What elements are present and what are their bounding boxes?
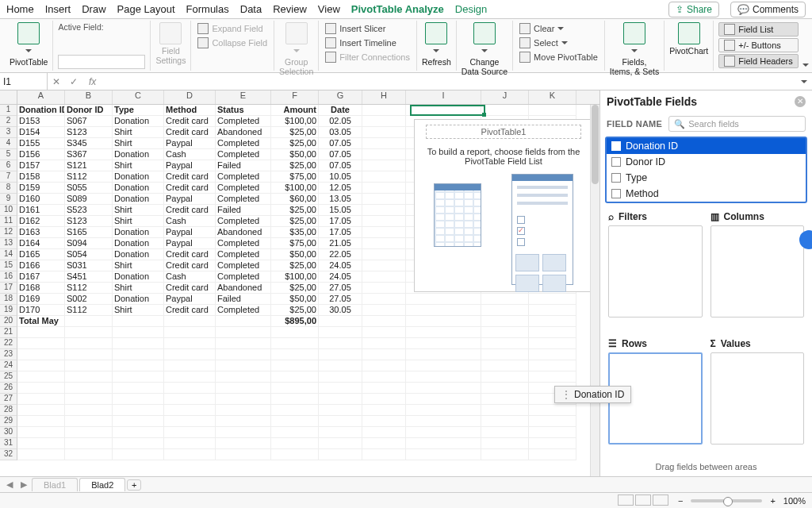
cell[interactable]: S112 (65, 171, 113, 183)
col-header[interactable]: B (65, 90, 113, 104)
table-row[interactable]: 1Donation IDDonor IDTypeMethodStatusAmou… (0, 105, 599, 116)
col-header[interactable]: G (319, 90, 362, 104)
row-header[interactable]: 8 (0, 183, 17, 194)
row-header[interactable]: 24 (0, 360, 17, 371)
filter-connections-button[interactable]: Filter Connections (324, 51, 412, 64)
cell[interactable]: 12.05 (319, 183, 362, 194)
cell[interactable]: 07.05 (319, 160, 362, 171)
cell[interactable] (529, 405, 576, 416)
cell[interactable] (481, 349, 529, 360)
cell[interactable] (481, 105, 529, 116)
cell[interactable] (362, 249, 406, 260)
cell[interactable] (65, 449, 113, 460)
cell[interactable] (65, 394, 113, 405)
cell[interactable] (319, 438, 362, 449)
cell[interactable] (113, 449, 164, 460)
col-header[interactable]: I (406, 90, 481, 104)
filters-area[interactable]: ⌕Filters (608, 211, 703, 330)
row-header[interactable]: 19 (0, 305, 17, 316)
tab-pivottable-analyze[interactable]: PivotTable Analyze (351, 3, 444, 15)
cell[interactable]: 30.05 (319, 305, 362, 316)
cell[interactable]: Type (113, 105, 164, 116)
select-all-corner[interactable] (0, 90, 17, 104)
cell[interactable] (17, 383, 65, 394)
cell[interactable]: $25,00 (271, 216, 319, 227)
cell[interactable] (529, 316, 576, 327)
plus-minus-toggle[interactable]: +/- Buttons (718, 38, 798, 52)
cell[interactable]: Amount (271, 105, 319, 116)
cell[interactable] (406, 305, 481, 316)
cell[interactable] (17, 394, 65, 405)
row-header[interactable]: 13 (0, 238, 17, 249)
cell[interactable] (164, 327, 216, 338)
cell[interactable] (113, 360, 164, 371)
cell[interactable] (529, 449, 576, 460)
cell[interactable] (164, 405, 216, 416)
cell[interactable]: 02.05 (319, 116, 362, 127)
row-header[interactable]: 14 (0, 249, 17, 260)
tab-design[interactable]: Design (455, 3, 487, 15)
fields-items-sets-button[interactable]: Fields, Items, & Sets (610, 22, 659, 76)
cell[interactable]: D164 (17, 238, 65, 249)
cell[interactable] (481, 338, 529, 349)
cell[interactable]: Status (216, 105, 271, 116)
cell[interactable] (529, 360, 576, 371)
cell[interactable] (406, 327, 481, 338)
table-row[interactable]: 21 (0, 327, 599, 338)
cell[interactable] (65, 427, 113, 438)
cell[interactable]: Donor ID (65, 105, 113, 116)
row-header[interactable]: 11 (0, 216, 17, 227)
cell[interactable]: 07.05 (319, 138, 362, 149)
cell[interactable] (481, 360, 529, 371)
cell[interactable] (362, 127, 406, 138)
row-header[interactable]: 10 (0, 205, 17, 216)
cell[interactable]: Credit card (164, 183, 216, 194)
cell[interactable] (65, 338, 113, 349)
cell[interactable] (406, 316, 481, 327)
cell[interactable] (216, 438, 271, 449)
cell[interactable]: D166 (17, 260, 65, 271)
row-header[interactable]: 1 (0, 105, 17, 116)
cell[interactable] (17, 416, 65, 427)
cell[interactable]: Completed (216, 183, 271, 194)
cell[interactable] (406, 371, 481, 383)
cell[interactable] (406, 383, 481, 394)
cell[interactable] (406, 349, 481, 360)
cell[interactable] (113, 416, 164, 427)
cell[interactable] (164, 338, 216, 349)
row-header[interactable]: 28 (0, 405, 17, 416)
cell[interactable]: D154 (17, 127, 65, 138)
cell[interactable] (406, 438, 481, 449)
col-header[interactable]: J (481, 90, 529, 104)
cell[interactable]: Completed (216, 138, 271, 149)
cell[interactable]: D169 (17, 294, 65, 305)
cancel-formula-icon[interactable]: ✕ (48, 76, 65, 87)
cell[interactable]: Shirt (113, 283, 164, 294)
cell[interactable] (216, 427, 271, 438)
cell[interactable]: Donation ID (17, 105, 65, 116)
col-header[interactable]: F (271, 90, 319, 104)
cell[interactable] (362, 327, 406, 338)
cell[interactable]: Failed (216, 294, 271, 305)
cell[interactable] (65, 416, 113, 427)
name-box[interactable]: I1 (0, 73, 48, 90)
cell[interactable] (271, 438, 319, 449)
cell[interactable] (481, 427, 529, 438)
cell[interactable] (17, 371, 65, 383)
cell[interactable] (406, 416, 481, 427)
tab-view[interactable]: View (318, 3, 340, 15)
cell[interactable]: Total May (17, 316, 65, 327)
cell[interactable] (319, 394, 362, 405)
cell[interactable] (529, 327, 576, 338)
cell[interactable] (362, 271, 406, 283)
sheet-nav-next[interactable]: ▶ (17, 479, 30, 490)
row-header[interactable]: 7 (0, 171, 17, 183)
cell[interactable]: 27.05 (319, 294, 362, 305)
refresh-button[interactable]: Refresh (422, 22, 451, 67)
field-headers-toggle[interactable]: Field Headers (718, 54, 798, 68)
row-header[interactable]: 30 (0, 427, 17, 438)
zoom-in-button[interactable]: + (770, 496, 775, 506)
table-row[interactable]: 18D169S002DonationPaypalFailed$50,0027.0… (0, 294, 599, 305)
cell[interactable]: Abandoned (216, 127, 271, 138)
cell[interactable]: Abandoned (216, 283, 271, 294)
